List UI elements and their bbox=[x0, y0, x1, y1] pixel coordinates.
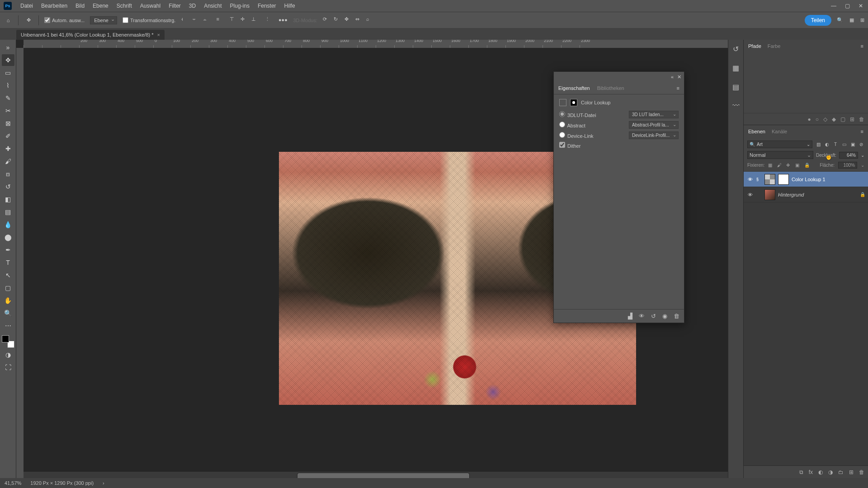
lock-paint-icon[interactable]: 🖌 bbox=[777, 163, 783, 168]
more-options-button[interactable]: ••• bbox=[278, 16, 288, 24]
eyedropper-tool[interactable]: ✐ bbox=[2, 130, 14, 142]
healing-tool[interactable]: ✚ bbox=[2, 143, 14, 155]
lock-artboard-icon[interactable]: ▣ bbox=[795, 163, 801, 168]
blur-tool[interactable]: 💧 bbox=[2, 219, 14, 230]
new-layer-icon[interactable]: ⊞ bbox=[849, 469, 854, 475]
workspace-switcher-icon[interactable]: ▦ bbox=[849, 17, 854, 23]
layer-filter-search[interactable]: 🔍 Art ⌄ bbox=[747, 141, 812, 148]
collapsed-history-icon[interactable]: ↺ bbox=[731, 43, 741, 54]
brush-tool[interactable]: 🖌 bbox=[2, 155, 14, 167]
panel-menu-icon[interactable]: ≡ bbox=[677, 85, 679, 91]
zoom-tool[interactable]: 🔍 bbox=[2, 307, 14, 319]
fg-bg-color-swatch[interactable] bbox=[2, 335, 14, 348]
reset-icon[interactable]: ↺ bbox=[651, 313, 656, 319]
align-bottom-icon[interactable]: ⊥ bbox=[251, 16, 259, 24]
path-select-tool[interactable]: ↖ bbox=[2, 269, 14, 281]
menu-fenster[interactable]: Fenster bbox=[254, 3, 280, 9]
menu-schrift[interactable]: Schrift bbox=[113, 3, 136, 9]
devicelink-profile-select[interactable]: DeviceLink-Profil... bbox=[629, 131, 679, 139]
abstract-profile-select[interactable]: Abstract-Profil la... bbox=[629, 121, 679, 129]
tab-pfade[interactable]: Pfade bbox=[748, 43, 761, 49]
collapse-panel-icon[interactable]: « bbox=[671, 74, 674, 80]
screenmode-button[interactable]: ⛶ bbox=[2, 361, 14, 373]
3d-roll-icon[interactable]: ↻ bbox=[334, 16, 342, 24]
layer-thumb[interactable] bbox=[764, 189, 775, 200]
status-chevron-icon[interactable]: › bbox=[103, 480, 104, 486]
type-tool[interactable]: T bbox=[2, 257, 14, 268]
horizontal-scrollbar[interactable] bbox=[24, 472, 743, 478]
menu-auswahl[interactable]: Auswahl bbox=[136, 3, 165, 9]
lock-position-icon[interactable]: ✥ bbox=[786, 163, 792, 168]
doc-chevrons-icon[interactable]: » bbox=[2, 42, 14, 53]
crop-tool[interactable]: ✂ bbox=[2, 105, 14, 117]
toggle-visibility-icon[interactable]: ◉ bbox=[662, 313, 667, 319]
3d-orbit-icon[interactable]: ⟳ bbox=[323, 16, 331, 24]
panel-menu-icon[interactable]: ≡ bbox=[861, 129, 863, 134]
menu-plugins[interactable]: Plug-ins bbox=[226, 3, 254, 9]
fill-value[interactable]: 100% bbox=[838, 162, 857, 169]
search-icon[interactable]: 🔍 bbox=[837, 17, 843, 23]
3d-slide-icon[interactable]: ⇔ bbox=[355, 16, 363, 24]
auto-select-target-select[interactable]: Ebene bbox=[90, 16, 117, 24]
eraser-tool[interactable]: ◧ bbox=[2, 193, 14, 205]
close-tab-icon[interactable]: × bbox=[157, 32, 160, 38]
align-top-icon[interactable]: ⊤ bbox=[230, 16, 238, 24]
menu-filter[interactable]: Filter bbox=[165, 3, 185, 9]
stamp-tool[interactable]: ⧈ bbox=[2, 168, 14, 180]
arrange-documents-icon[interactable]: ⊞ bbox=[860, 17, 864, 23]
share-button[interactable]: Teilen bbox=[805, 15, 831, 26]
tab-farbe[interactable]: Farbe bbox=[768, 43, 781, 49]
delete-adjustment-icon[interactable]: 🗑 bbox=[674, 313, 679, 319]
filter-adjust-icon[interactable]: ◐ bbox=[824, 142, 830, 147]
rectangle-tool[interactable]: ▢ bbox=[2, 282, 14, 294]
lock-icon[interactable]: 🔒 bbox=[860, 192, 865, 197]
home-icon[interactable]: ⌂ bbox=[4, 16, 13, 25]
layer-background[interactable]: 👁 Hintergrund 🔒 bbox=[744, 187, 868, 202]
blend-mode-select[interactable]: Normal bbox=[747, 151, 813, 159]
filter-pixel-icon[interactable]: ▧ bbox=[815, 142, 821, 147]
3d-pan-icon[interactable]: ✥ bbox=[344, 16, 353, 24]
visibility-toggle-icon[interactable]: 👁 bbox=[746, 192, 754, 197]
edit-toolbar-button[interactable]: ⋯ bbox=[2, 320, 14, 332]
link-icon[interactable]: § bbox=[756, 177, 762, 182]
tab-bibliotheken[interactable]: Bibliotheken bbox=[597, 85, 624, 91]
align-right-icon[interactable]: ⫠ bbox=[203, 16, 211, 24]
new-group-icon[interactable]: 🗀 bbox=[838, 469, 844, 475]
delete-layer-icon[interactable]: 🗑 bbox=[859, 469, 864, 475]
filter-smart-icon[interactable]: ▣ bbox=[849, 142, 856, 147]
clip-to-layer-icon[interactable]: ▟ bbox=[628, 313, 632, 319]
visibility-toggle-icon[interactable]: 👁 bbox=[746, 177, 754, 182]
gradient-tool[interactable]: ▤ bbox=[2, 206, 14, 218]
view-previous-icon[interactable]: 👁 bbox=[639, 313, 645, 319]
menu-ansicht[interactable]: Ansicht bbox=[200, 3, 226, 9]
auto-select-checkbox[interactable]: Autom. ausw... bbox=[44, 17, 85, 23]
collapsed-swatches-icon[interactable]: ▦ bbox=[731, 62, 741, 73]
collapsed-adjustments-icon[interactable]: ▤ bbox=[731, 81, 741, 92]
fill-dropdown-icon[interactable]: ⌄ bbox=[861, 163, 864, 168]
tab-eigenschaften[interactable]: Eigenschaften bbox=[558, 85, 590, 91]
radio-3dlut[interactable]: 3DLUT-Datei bbox=[559, 111, 596, 118]
quick-select-tool[interactable]: ✎ bbox=[2, 92, 14, 104]
radio-devicelink[interactable]: Device-Link bbox=[559, 132, 594, 139]
history-brush-tool[interactable]: ↺ bbox=[2, 181, 14, 192]
document-tab[interactable]: Unbenannt-1 bei 41,6% (Color Lookup 1, E… bbox=[16, 30, 165, 40]
path-make-icon[interactable]: ◆ bbox=[832, 116, 836, 122]
tab-kanaele[interactable]: Kanäle bbox=[772, 129, 787, 134]
layer-color-lookup[interactable]: 👁 § Color Lookup 1 bbox=[744, 172, 868, 187]
menu-hilfe[interactable]: Hilfe bbox=[280, 3, 299, 9]
doc-dimensions[interactable]: 1920 Px × 1290 Px (300 ppi) bbox=[30, 480, 94, 486]
close-panel-icon[interactable]: ✕ bbox=[677, 74, 681, 80]
menu-3d[interactable]: 3D bbox=[185, 3, 200, 9]
radio-abstract[interactable]: Abstract bbox=[559, 122, 585, 128]
window-close-button[interactable]: ✕ bbox=[857, 3, 864, 9]
3d-zoom-icon[interactable]: ⌕ bbox=[366, 16, 374, 24]
align-hcenter-icon[interactable]: ⫟ bbox=[192, 16, 200, 24]
hand-tool[interactable]: ✋ bbox=[2, 295, 14, 306]
path-selection-icon[interactable]: ◇ bbox=[823, 116, 827, 122]
menu-ebene[interactable]: Ebene bbox=[89, 3, 113, 9]
move-tool-icon[interactable]: ✥ bbox=[24, 16, 33, 25]
menu-bearbeiten[interactable]: Bearbeiten bbox=[37, 3, 71, 9]
path-fill-icon[interactable]: ● bbox=[808, 116, 811, 122]
collapsed-curves-icon[interactable]: 〰 bbox=[731, 100, 741, 111]
align-vcenter-icon[interactable]: ✛ bbox=[241, 16, 249, 24]
